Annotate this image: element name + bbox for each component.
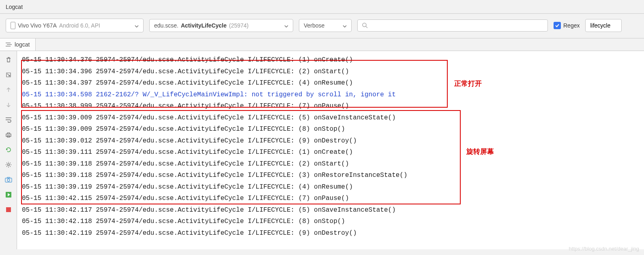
regex-label: Regex (563, 22, 580, 29)
log-line: 05-15 11:30:34.397 25974-25974/edu.scse.… (22, 77, 644, 89)
process-dropdown[interactable]: edu.scse.ActivityLifeCycle (25974) (149, 19, 293, 32)
log-line: 05-15 11:30:39.111 25974-25974/edu.scse.… (22, 147, 644, 158)
tab-strip: logcat (0, 38, 644, 51)
sidebar (0, 51, 17, 249)
search-field[interactable] (357, 19, 548, 32)
svg-line-1 (366, 26, 367, 28)
filter-input[interactable]: lifecycle (585, 19, 622, 32)
regex-toggle[interactable]: Regex (554, 22, 580, 29)
loglevel-value: Verbose (304, 22, 324, 29)
checkbox-checked-icon (554, 22, 561, 29)
scroll-end-icon[interactable] (4, 71, 13, 79)
search-icon (362, 22, 368, 29)
annotation-label-rotate: 旋转屏幕 (466, 147, 494, 156)
log-line: 05-15 11:30:34.396 25974-25974/edu.scse.… (22, 66, 644, 78)
process-pid: (25974) (229, 22, 249, 29)
log-line: 05-15 11:30:39.118 25974-25974/edu.scse.… (22, 170, 644, 181)
trash-icon[interactable] (4, 56, 13, 64)
run-icon[interactable] (4, 191, 13, 199)
camera-icon[interactable] (4, 176, 13, 184)
log-line: 05-15 11:30:42.115 25974-25974/edu.scse.… (22, 193, 644, 204)
device-name: Vivo Vivo Y67A (18, 22, 57, 29)
svg-rect-13 (6, 207, 11, 212)
process-prefix: edu.scse. (154, 22, 178, 29)
arrow-down-icon[interactable] (4, 101, 13, 109)
log-line: 05-15 11:30:42.119 25974-25974/edu.scse.… (22, 227, 644, 239)
process-name: ActivityLifeCycle (181, 22, 227, 29)
annotation-label-open: 正常打开 (454, 79, 482, 88)
log-line: 05-15 11:30:39.012 25974-25974/edu.scse.… (22, 135, 644, 147)
log-line: 05-15 11:30:42.117 25974-25974/edu.scse.… (22, 204, 644, 216)
log-line: 05-15 11:30:39.118 25974-25974/edu.scse.… (22, 158, 644, 170)
log-line: 05-15 11:30:34.376 25974-25974/edu.scse.… (22, 54, 644, 66)
loglevel-dropdown[interactable]: Verbose (299, 19, 352, 32)
log-line: 05-15 11:30:38.999 25974-25974/edu.scse.… (22, 100, 644, 112)
device-dropdown[interactable]: Vivo Vivo Y67A Android 6.0, API (6, 19, 144, 32)
tab-logcat[interactable]: logcat (0, 38, 36, 51)
arrow-up-icon[interactable] (4, 86, 13, 94)
stop-icon[interactable] (4, 206, 13, 214)
settings-icon[interactable] (4, 161, 13, 169)
restart-icon[interactable] (4, 146, 13, 154)
watermark: https://blog.csdn.net/dear_jing (569, 246, 639, 252)
chevron-down-icon (131, 22, 139, 29)
svg-point-8 (7, 164, 9, 166)
log-line: 05-15 11:30:39.009 25974-25974/edu.scse.… (22, 123, 644, 135)
tab-label: logcat (15, 41, 30, 48)
svg-rect-6 (7, 133, 10, 134)
device-api: Android 6.0, API (59, 22, 100, 29)
wrap-icon[interactable] (4, 116, 13, 124)
phone-icon (11, 22, 15, 29)
svg-point-0 (363, 23, 366, 27)
chevron-down-icon (339, 22, 347, 29)
log-line: 05-15 11:30:34.598 2162-2162/? W/_V_Life… (22, 89, 644, 101)
svg-rect-11 (7, 177, 10, 178)
log-line: 05-15 11:30:39.119 25974-25974/edu.scse.… (22, 181, 644, 193)
svg-point-10 (7, 179, 10, 181)
log-line: 05-15 11:30:42.118 25974-25974/edu.scse.… (22, 216, 644, 227)
toolbar: Vivo Vivo Y67A Android 6.0, API edu.scse… (0, 14, 644, 38)
svg-rect-5 (6, 134, 11, 136)
log-output[interactable]: 05-15 11:30:34.376 25974-25974/edu.scse.… (17, 51, 644, 249)
search-input[interactable] (371, 22, 543, 29)
list-icon (6, 42, 12, 47)
panel-title: Logcat (0, 0, 644, 14)
print-icon[interactable] (4, 131, 13, 139)
chevron-down-icon (280, 22, 288, 29)
log-line: 05-15 11:30:39.009 25974-25974/edu.scse.… (22, 112, 644, 124)
